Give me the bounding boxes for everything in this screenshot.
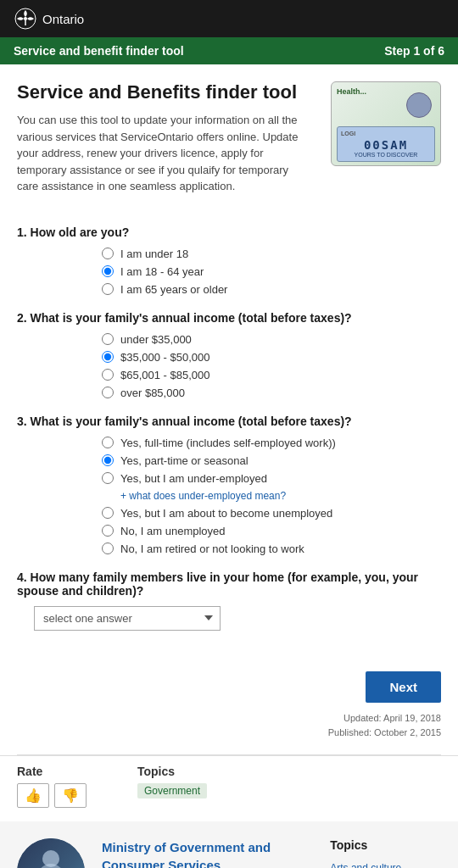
age-label-under18: I am under 18 bbox=[120, 248, 188, 260]
ontario-plate-text: YOURS TO DISCOVER bbox=[341, 152, 431, 158]
svg-point-1 bbox=[24, 17, 27, 20]
license-plate: LOGI 00SAM YOURS TO DISCOVER bbox=[337, 126, 435, 162]
topics-label: Topics bbox=[137, 765, 207, 778]
published-text: Published: October 2, 2015 bbox=[17, 726, 441, 741]
header-section: Service and Benefits finder tool You can… bbox=[17, 81, 441, 209]
updated-text: Updated: April 19, 2018 bbox=[17, 711, 441, 726]
age-radio-65plus[interactable] bbox=[102, 283, 114, 295]
step-bar: Service and benefit finder tool Step 1 o… bbox=[0, 37, 458, 64]
government-topic-tag[interactable]: Government bbox=[137, 783, 207, 798]
thumbs-down-button[interactable]: 👎 bbox=[54, 783, 87, 808]
income-radio-under35k[interactable] bbox=[102, 333, 114, 345]
trillium-icon bbox=[14, 7, 37, 31]
income-label-over85k: over $85,000 bbox=[120, 387, 185, 399]
rate-buttons: 👍 👎 bbox=[17, 783, 87, 808]
age-option-65plus[interactable]: I am 65 years or older bbox=[102, 283, 441, 296]
ontario-logo: Ontario bbox=[14, 7, 84, 31]
emp-option-parttime[interactable]: Yes, part-time or seasonal bbox=[102, 454, 441, 467]
emp-radio-fulltime[interactable] bbox=[102, 437, 114, 448]
income-radio-35-50k[interactable] bbox=[102, 351, 114, 363]
age-option-under18[interactable]: I am under 18 bbox=[102, 248, 441, 260]
ministry-topics-heading: Topics bbox=[330, 838, 441, 852]
id-photo bbox=[406, 92, 432, 118]
question-1-options: I am under 18 I am 18 - 64 year I am 65 … bbox=[17, 248, 441, 296]
dropdown-wrapper: select one answer 1 2 3 4 5 6 7+ bbox=[17, 606, 441, 631]
question-4-label: 4. How many family members live in your … bbox=[17, 570, 441, 598]
button-row: Next bbox=[0, 654, 458, 711]
emp-label-parttime: Yes, part-time or seasonal bbox=[120, 454, 249, 467]
emp-radio-become-unemployed[interactable] bbox=[102, 507, 114, 519]
emp-label-unemployed: No, I am unemployed bbox=[120, 525, 226, 537]
emp-radio-retired[interactable] bbox=[102, 542, 114, 554]
income-option-65-85k[interactable]: $65,001 - $85,000 bbox=[102, 369, 441, 381]
thumbs-up-button[interactable]: 👍 bbox=[17, 783, 49, 808]
page-title: Service and Benefits finder tool bbox=[17, 81, 331, 103]
age-radio-under18[interactable] bbox=[102, 248, 114, 259]
income-option-35-50k[interactable]: $35,000 - $50,000 bbox=[102, 351, 441, 364]
emp-label-retired: No, I am retired or not looking to work bbox=[120, 542, 304, 555]
income-option-under35k[interactable]: under $35,000 bbox=[102, 333, 441, 346]
question-1-label: 1. How old are you? bbox=[17, 225, 441, 239]
topic-arts[interactable]: Arts and culture bbox=[330, 859, 441, 868]
income-label-65-85k: $65,001 - $85,000 bbox=[120, 369, 210, 381]
intro-text: You can use this tool to update your inf… bbox=[17, 112, 305, 195]
header-left: Service and Benefits finder tool You can… bbox=[17, 81, 331, 209]
ministry-name-line2: Consumer Services bbox=[102, 858, 221, 868]
question-4: 4. How many family members live in your … bbox=[17, 570, 441, 631]
ministry-name-link[interactable]: Ministry of Government and Consumer Serv… bbox=[102, 840, 271, 868]
plate-number: 00SAM bbox=[341, 138, 431, 152]
income-radio-over85k[interactable] bbox=[102, 387, 114, 398]
next-button[interactable]: Next bbox=[366, 671, 441, 703]
age-radio-18-64[interactable] bbox=[102, 265, 114, 277]
question-2: 2. What is your family's annual income (… bbox=[17, 311, 441, 399]
updated-info: Updated: April 19, 2018 Published: Octob… bbox=[0, 711, 458, 754]
income-label-under35k: under $35,000 bbox=[120, 333, 192, 346]
id-card-mock: Health... LOGI 00SAM YOURS TO DISCOVER bbox=[331, 81, 441, 166]
income-option-over85k[interactable]: over $85,000 bbox=[102, 387, 441, 399]
emp-label-underemployed: Yes, but I am under-employed bbox=[120, 472, 267, 485]
income-radio-65-85k[interactable] bbox=[102, 369, 114, 381]
income-label-35-50k: $35,000 - $50,000 bbox=[120, 351, 210, 364]
age-option-18-64[interactable]: I am 18 - 64 year bbox=[102, 265, 441, 278]
age-label-18-64: I am 18 - 64 year bbox=[120, 265, 204, 278]
main-content: Service and Benefits finder tool You can… bbox=[0, 64, 458, 654]
id-card-image: Health... LOGI 00SAM YOURS TO DISCOVER bbox=[331, 81, 441, 166]
ministry-name-line1: Ministry of Government and bbox=[102, 840, 271, 854]
question-3: 3. What is your family's annual income (… bbox=[17, 415, 441, 555]
question-2-label: 2. What is your family's annual income (… bbox=[17, 311, 441, 325]
emp-radio-underemployed[interactable] bbox=[102, 472, 114, 484]
emp-label-become-unemployed: Yes, but I am about to become unemployed bbox=[120, 507, 332, 520]
rate-label: Rate bbox=[17, 765, 87, 778]
question-1: 1. How old are you? I am under 18 I am 1… bbox=[17, 225, 441, 296]
emp-radio-parttime[interactable] bbox=[102, 454, 114, 466]
topics-area: Topics Government bbox=[137, 765, 207, 798]
ministry-logo bbox=[17, 838, 85, 868]
ministry-topics: Topics Arts and culture Business and eco… bbox=[330, 838, 441, 868]
rate-area: Rate 👍 👎 bbox=[17, 765, 87, 808]
question-3-label: 3. What is your family's annual income (… bbox=[17, 415, 441, 428]
emp-option-retired[interactable]: No, I am retired or not looking to work bbox=[102, 542, 441, 555]
step-indicator: Step 1 of 6 bbox=[384, 44, 444, 58]
age-label-65plus: I am 65 years or older bbox=[120, 283, 227, 296]
question-3-options: Yes, full-time (includes self-employed w… bbox=[17, 437, 441, 555]
ministry-section: Ministry of Government and Consumer Serv… bbox=[0, 821, 458, 868]
ontario-logo-text: Ontario bbox=[42, 12, 84, 26]
family-members-dropdown[interactable]: select one answer 1 2 3 4 5 6 7+ bbox=[34, 606, 221, 631]
emp-option-unemployed[interactable]: No, I am unemployed bbox=[102, 525, 441, 537]
emp-option-fulltime[interactable]: Yes, full-time (includes self-employed w… bbox=[102, 437, 441, 449]
emp-option-become-unemployed[interactable]: Yes, but I am about to become unemployed bbox=[102, 507, 441, 520]
emp-label-fulltime: Yes, full-time (includes self-employed w… bbox=[120, 437, 336, 449]
emp-radio-unemployed[interactable] bbox=[102, 525, 114, 537]
ministry-logo-inner bbox=[17, 838, 85, 868]
underemployed-link[interactable]: + what does under-employed mean? bbox=[120, 490, 441, 502]
top-bar: Ontario bbox=[0, 0, 458, 37]
emp-option-underemployed[interactable]: Yes, but I am under-employed bbox=[102, 472, 441, 485]
rate-section: Rate 👍 👎 Topics Government bbox=[0, 755, 458, 821]
ministry-info: Ministry of Government and Consumer Serv… bbox=[102, 838, 271, 868]
bar-title: Service and benefit finder tool bbox=[14, 44, 184, 58]
question-2-options: under $35,000 $35,000 - $50,000 $65,001 … bbox=[17, 333, 441, 399]
